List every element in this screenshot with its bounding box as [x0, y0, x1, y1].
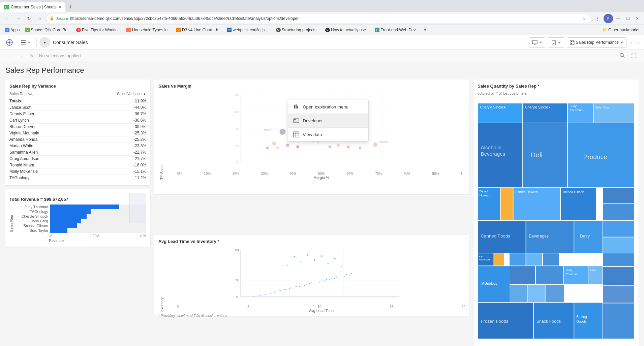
svg-point-156	[279, 290, 280, 291]
svg-text:Judy: Judy	[570, 104, 577, 108]
bar-row: John Greg	[16, 219, 146, 223]
svg-text:8M: 8M	[235, 94, 239, 97]
row-value: -11.2%	[133, 176, 146, 180]
menu-item-developer[interactable]: Developer	[288, 114, 368, 127]
bars-icon	[293, 104, 299, 110]
svg-point-68	[347, 146, 350, 148]
leadtime-x-label: Avg Lead Time	[164, 309, 465, 313]
clear-btn[interactable]: ↻	[27, 51, 36, 61]
svg-rect-4	[21, 40, 26, 41]
sort-arrow: ▲	[143, 92, 146, 96]
bar-wrap	[50, 223, 146, 228]
menu-item-viewdata[interactable]: View data	[288, 128, 368, 141]
active-tab[interactable]: Q Consumer Sales | Sheets ×	[0, 2, 65, 12]
bar-fill	[50, 209, 91, 214]
svg-point-197	[321, 255, 322, 257]
bookmark-qlik-label: Space: Qlik Core Be...	[31, 28, 71, 32]
selection-search-btn[interactable]	[619, 52, 625, 59]
svg-rect-131	[543, 253, 559, 265]
bookmark-github[interactable]: G How to actually use...	[323, 27, 371, 33]
table-row[interactable]: Craig Amundson -21.7%	[9, 156, 146, 162]
home-nav-btn[interactable]	[4, 37, 15, 48]
search-small-icon[interactable]	[28, 91, 33, 96]
minimize-btn[interactable]: —	[614, 14, 622, 23]
svg-point-166	[329, 279, 330, 280]
svg-point-71	[276, 147, 279, 149]
leadtime-y-label: Inventory	[158, 247, 164, 313]
new-tab-button[interactable]: +	[65, 2, 75, 12]
bookmark-frontend[interactable]: F Front-end Web Dev...	[373, 27, 421, 33]
table-row[interactable]: TAGnology -11.2%	[9, 175, 146, 181]
prev-sheet-btn[interactable]: ‹	[629, 40, 633, 45]
svg-rect-7	[532, 40, 537, 44]
tab-close-button[interactable]: ×	[59, 4, 61, 10]
redo-btn[interactable]: →	[16, 51, 26, 61]
svg-text:Judy: Judy	[566, 269, 572, 272]
table-row[interactable]: Sharon Carver -30.9%	[9, 124, 146, 130]
bookmark-qlik[interactable]: Q Space: Qlik Core Be...	[23, 27, 73, 33]
list-view-btn[interactable]	[18, 37, 34, 48]
table-row[interactable]: Ronald Milam -16.0%	[9, 162, 146, 168]
no-selections-label: No selections applied	[39, 53, 616, 58]
next-sheet-btn[interactable]: ›	[636, 40, 640, 45]
svg-rect-135	[527, 285, 545, 302]
menu-item-explore[interactable]: Open exploration menu	[288, 100, 368, 114]
bookmark-five-tips[interactable]: N Five Tips for Workin...	[74, 27, 123, 33]
bookmark-d3[interactable]: D D3 v4 Line Chart - b...	[174, 27, 223, 33]
bookmark-btn[interactable]	[548, 37, 564, 48]
extensions-btn[interactable]: ⋮	[593, 14, 602, 23]
bookmark-star[interactable]: ☆	[580, 14, 588, 23]
table-row[interactable]: Cart Lynch -36.6%	[9, 117, 146, 124]
undo-btn[interactable]: ←	[5, 51, 15, 61]
svg-point-73	[329, 146, 331, 148]
svg-text:0: 0	[236, 295, 238, 299]
table-row[interactable]: Marian White -23.8%	[9, 143, 146, 149]
svg-point-167	[334, 278, 335, 279]
svg-text:Beverages: Beverages	[481, 151, 505, 157]
svg-rect-19	[296, 104, 297, 108]
bar-chart-area: Judy Thurman TAGnology Che	[16, 205, 146, 243]
table-row[interactable]: Janice Scott -44.0%	[9, 104, 146, 111]
forward-button[interactable]: →	[13, 14, 23, 23]
svg-point-162	[309, 283, 310, 284]
maximize-btn[interactable]: ☐	[624, 14, 632, 23]
table-row[interactable]: Dennis Fisher -36.7%	[9, 111, 146, 117]
fullscreen-btn[interactable]	[629, 51, 639, 61]
bookmark-structuring[interactable]: G Structuring projects...	[274, 27, 322, 33]
close-btn[interactable]: ✕	[633, 14, 641, 23]
table-row[interactable]: Viginia Mountain -25.3%	[9, 130, 146, 136]
svg-text:Brenda Gibson: Brenda Gibson	[563, 190, 584, 194]
table-row[interactable]: Molly McKenzie -15.1%	[9, 168, 146, 175]
table-row[interactable]: Amanda Honda -25.2%	[9, 136, 146, 143]
bookmark-more[interactable]: »	[422, 27, 429, 33]
row-value: -11.9%	[133, 99, 146, 103]
svg-point-188	[321, 281, 321, 281]
table-row-totals[interactable]: Totals -11.9%	[9, 98, 146, 104]
reload-button[interactable]: ↻	[24, 14, 34, 23]
bookmark-household[interactable]: H Household Types in...	[124, 27, 173, 33]
svg-rect-12	[573, 41, 574, 42]
svg-point-69	[359, 147, 362, 149]
svg-text:John Greg: John Greg	[595, 105, 610, 109]
bar-axis: 0 20M 40M	[16, 234, 146, 238]
present-btn[interactable]	[529, 37, 545, 48]
leadtime-x-axis: 0 5 10 15 20	[164, 305, 465, 309]
bookmark-webpack[interactable]: W webpack.config.js -...	[225, 27, 272, 33]
row-name: Cart Lynch	[9, 118, 29, 123]
svg-rect-133	[536, 266, 563, 284]
back-button[interactable]: ←	[3, 14, 12, 23]
sheet-name: Sales Rep Performance	[576, 40, 619, 45]
bookmark-other[interactable]: 📁 Other bookmarks	[600, 27, 641, 33]
table-row[interactable]: Samantha Allen -22.7%	[9, 149, 146, 156]
svg-point-179	[276, 291, 276, 292]
home-button[interactable]: ⌂	[35, 14, 44, 23]
svg-text:10k: 10k	[235, 249, 240, 252]
svg-point-163	[314, 283, 315, 283]
svg-text:4M: 4M	[235, 127, 239, 131]
profile-btn[interactable]: F	[604, 14, 613, 23]
svg-rect-5	[21, 42, 26, 43]
address-bar[interactable]: 🔒 Secure https://sense-demo.qlik.com/sen…	[46, 14, 591, 23]
treemap-title: Sales Quantity by Sales Rep *	[478, 84, 635, 89]
bookmark-apps[interactable]: A Apps	[3, 27, 22, 33]
svg-text:Beverages: Beverages	[529, 234, 549, 239]
